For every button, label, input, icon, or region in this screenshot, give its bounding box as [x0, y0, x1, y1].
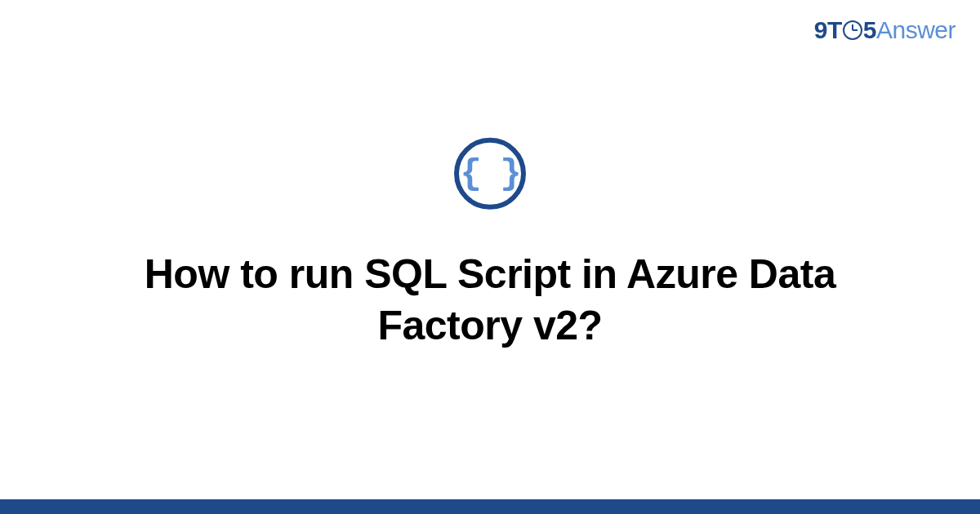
logo-prefix: 9T [814, 16, 842, 44]
code-braces-icon: { } [454, 138, 526, 210]
clock-icon [843, 20, 862, 40]
logo-suffix: Answer [876, 16, 956, 44]
logo-middle: 5 [863, 16, 876, 44]
site-logo[interactable]: 9T 5 Answer [814, 16, 956, 44]
question-title: How to run SQL Script in Azure Data Fact… [98, 249, 882, 351]
main-content: { } How to run SQL Script in Azure Data … [0, 138, 980, 351]
footer-accent-bar [0, 499, 980, 514]
header: 9T 5 Answer [814, 16, 956, 44]
braces-glyph: { } [460, 153, 519, 194]
